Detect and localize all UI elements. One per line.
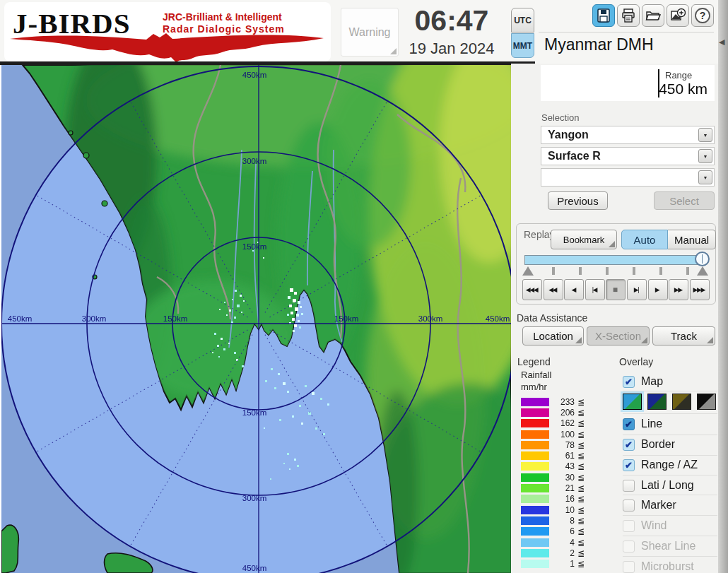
overlay-row-marker[interactable]: ✔ Marker	[623, 498, 717, 512]
checkbox-range-az[interactable]: ✔	[623, 459, 635, 471]
extra-dropdown[interactable]: ▼	[541, 168, 715, 187]
stop-button[interactable]: ■	[606, 279, 626, 300]
map-style-swatch-1[interactable]	[623, 394, 642, 410]
checkbox-lati-long[interactable]: ✔	[623, 480, 635, 492]
svg-text:?: ?	[700, 10, 706, 21]
radar-map[interactable]: 450km 300km 150km 150km 300km 450km 450k…	[1, 65, 511, 573]
track-button[interactable]: Track	[652, 326, 715, 345]
manual-mode-button[interactable]: Manual	[668, 230, 716, 249]
timezone-utc-button[interactable]: UTC	[511, 8, 534, 33]
product-dropdown[interactable]: Surface R ▼	[541, 147, 715, 165]
replay-progress-handle[interactable]	[695, 252, 710, 266]
range-ring-label: 450km	[242, 564, 267, 572]
forward-fast-button[interactable]: ▶▶	[669, 279, 688, 300]
legend-swatch	[521, 430, 549, 439]
site-dropdown[interactable]: Yangon ▼	[541, 126, 715, 144]
overlay-row-wind: ✔ Wind	[623, 519, 717, 533]
range-ring-label: 150km	[242, 242, 267, 251]
timezone-mmt-button[interactable]: MMT	[511, 33, 534, 58]
slider-start-marker[interactable]	[522, 266, 534, 276]
checkbox-marker[interactable]: ✔	[623, 500, 635, 512]
range-ring-label: 150km	[334, 314, 359, 323]
checkbox-map[interactable]: ✔	[623, 376, 635, 388]
step-forward-button[interactable]: ▶|	[627, 279, 647, 300]
checkbox-wind: ✔	[623, 520, 635, 532]
open-folder-icon	[645, 8, 661, 23]
overlay-row-lati-long[interactable]: ✔ Lati / Long	[623, 478, 717, 492]
window-edge-scroll-strip[interactable]	[718, 0, 728, 573]
overlay-row-shear-line: ✔ Shear Line	[623, 539, 717, 553]
legend-unit-line1: Rainfall	[521, 370, 551, 380]
bookmark-label: Bookmark	[563, 235, 605, 245]
eagle-logo-icon	[7, 30, 327, 61]
overlay-row-range-az[interactable]: ✔ Range / AZ	[623, 458, 717, 472]
range-ring-label: 300km	[418, 314, 443, 323]
range-ring-label: 150km	[242, 408, 267, 417]
save-icon	[596, 8, 611, 23]
rewind-fastest-button[interactable]: ◀◀◀	[522, 279, 542, 300]
legend-row: 78≦	[521, 439, 606, 450]
control-panel: Range 450 km Selection Yangon ▼ Surface …	[511, 64, 718, 573]
slider-tick	[633, 267, 635, 275]
overlay-row-map[interactable]: ✔ Map	[623, 374, 717, 389]
legend-swatch	[521, 538, 549, 547]
play-button[interactable]: ▶	[648, 279, 668, 300]
replay-group: Replay Bookmark Auto Manual ◀◀◀ ◀◀ ◀ |◀ …	[516, 223, 716, 305]
corner-menu-icon	[575, 337, 582, 343]
legend-swatch	[521, 495, 549, 503]
auto-mode-button[interactable]: Auto	[621, 230, 668, 249]
legend-row: 43≦	[521, 461, 606, 472]
legend-row: 61≦	[521, 450, 606, 461]
screen-capture-button[interactable]	[667, 4, 689, 27]
print-icon	[621, 8, 636, 23]
chevron-down-icon[interactable]: ▼	[698, 149, 712, 163]
legend-row: 233≦	[521, 396, 606, 407]
legend-swatch	[521, 516, 549, 525]
corner-menu-icon	[609, 241, 615, 247]
legend-swatch	[521, 527, 549, 536]
panel-divider	[539, 32, 714, 33]
selection-label: Selection	[541, 112, 579, 123]
slider-tick	[579, 267, 582, 275]
legend-row: 8≦	[521, 515, 606, 526]
select-button[interactable]: Select	[654, 191, 715, 210]
range-ring-label: 450km	[486, 314, 510, 323]
legend-swatch	[521, 408, 549, 417]
xsection-button[interactable]: X-Section	[587, 326, 650, 345]
bookmark-button[interactable]: Bookmark	[551, 230, 617, 249]
corner-menu-icon	[707, 337, 713, 343]
checkbox-line[interactable]: ✔	[623, 418, 635, 430]
slider-end-marker[interactable]	[697, 266, 708, 276]
help-button[interactable]: ?	[691, 4, 714, 27]
location-button[interactable]: Location	[522, 326, 584, 345]
slider-tick	[552, 267, 555, 275]
replay-progress-track[interactable]	[524, 255, 706, 265]
logo-tagline-1: JRC-Brilliant & Intelligent	[163, 11, 282, 23]
save-button[interactable]	[592, 4, 615, 27]
legend-swatch	[521, 462, 549, 471]
print-button[interactable]	[617, 4, 640, 27]
map-style-swatch-3[interactable]	[672, 394, 691, 410]
panel-collapse-arrow-icon[interactable]: ◀	[719, 37, 724, 47]
checkbox-shear-line: ✔	[623, 540, 635, 553]
chevron-down-icon[interactable]: ▼	[698, 170, 712, 184]
step-back-button[interactable]: |◀	[585, 279, 605, 300]
play-reverse-button[interactable]: ◀	[564, 279, 584, 300]
chevron-down-icon[interactable]: ▼	[698, 128, 712, 142]
legend-row: 206≦	[521, 407, 606, 418]
legend-swatch	[521, 473, 549, 482]
clock-time: 06:47	[394, 4, 509, 37]
rewind-fast-button[interactable]: ◀◀	[544, 279, 563, 300]
forward-fastest-button[interactable]: ▶▶▶	[690, 279, 710, 300]
open-folder-button[interactable]	[642, 4, 664, 27]
map-style-swatch-2[interactable]	[647, 394, 667, 410]
station-title: Myanmar DMH	[544, 35, 654, 54]
transport-controls: ◀◀◀ ◀◀ ◀ |◀ ■ ▶| ▶ ▶▶ ▶▶▶	[522, 279, 713, 301]
overlay-row-border[interactable]: ✔ Border	[623, 437, 717, 451]
track-label: Track	[671, 330, 697, 342]
legend-swatch	[521, 484, 549, 492]
overlay-row-line[interactable]: ✔ Line	[623, 417, 717, 431]
map-style-swatch-4[interactable]	[697, 394, 716, 410]
checkbox-border[interactable]: ✔	[623, 439, 635, 451]
previous-button[interactable]: Previous	[548, 191, 608, 210]
